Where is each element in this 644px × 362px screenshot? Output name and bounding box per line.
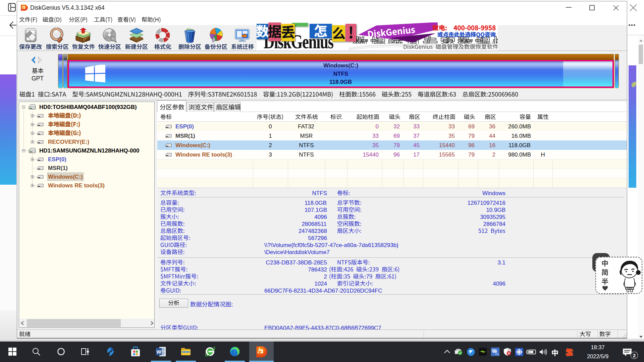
svg-text:W: W — [156, 349, 161, 355]
svg-text:intel: intel — [495, 353, 499, 355]
svg-text:2: 2 — [633, 353, 636, 358]
